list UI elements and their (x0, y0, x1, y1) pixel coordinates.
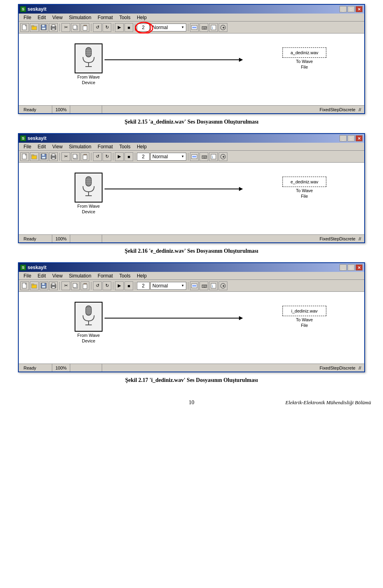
new-btn-3[interactable] (20, 281, 29, 290)
tool-extra-4[interactable]: ✦ (219, 23, 227, 32)
title-bar-left-1: S seskayit (20, 6, 46, 12)
toolbar-2: ✂ ↺ ↻ ▶ ■ Normal ▼ ⌨ (19, 151, 364, 163)
status-ready-2: Ready (20, 235, 52, 242)
maximize-btn-2[interactable]: □ (347, 135, 355, 142)
sim-time-input-1[interactable] (137, 24, 150, 31)
menu-bar-2: File Edit View Simulation Format Tools H… (19, 143, 364, 151)
menu-simulation-3[interactable]: Simulation (66, 272, 95, 279)
menu-file-2[interactable]: File (20, 143, 34, 150)
tool-extra-6[interactable]: ⌨ (199, 152, 208, 161)
menu-view-1[interactable]: View (49, 14, 66, 21)
menu-format-1[interactable]: Format (95, 14, 116, 21)
copy-btn-2[interactable] (71, 152, 80, 161)
svg-text:⌨: ⌨ (201, 155, 207, 159)
tool-extra-2[interactable]: ⌨ (199, 23, 208, 32)
normal-dropdown-1[interactable]: Normal ▼ (150, 24, 186, 31)
save-btn-1[interactable] (39, 23, 48, 32)
app-icon-1: S (20, 6, 26, 12)
sim-time-input-2[interactable] (137, 153, 150, 161)
from-wave-box-2 (75, 173, 103, 203)
sim-time-input-3[interactable] (137, 282, 150, 290)
mic-svg-3 (79, 305, 98, 329)
status-bar-3: Ready 100% FixedStepDiscrete // (19, 364, 364, 372)
close-btn-2[interactable]: ✕ (355, 135, 363, 142)
redo-btn-1[interactable]: ↻ (103, 23, 111, 32)
tool-extra-1[interactable] (190, 23, 199, 32)
minimize-btn-1[interactable]: _ (340, 6, 347, 12)
save-btn-2[interactable] (39, 152, 48, 161)
play-btn-2[interactable]: ▶ (115, 152, 124, 161)
menu-edit-1[interactable]: Edit (34, 14, 49, 21)
copy-btn-3[interactable] (71, 281, 80, 290)
sep-3b (91, 282, 91, 290)
print-btn-3[interactable] (49, 281, 58, 290)
copy-btn-1[interactable] (71, 23, 80, 32)
tool-extra-8[interactable]: ✦ (219, 152, 227, 161)
svg-rect-7 (42, 28, 45, 29)
open-btn-1[interactable] (30, 23, 39, 32)
undo-btn-3[interactable]: ↺ (93, 281, 102, 290)
new-btn-1[interactable] (20, 23, 29, 32)
cut-btn-2[interactable]: ✂ (61, 152, 70, 161)
cut-btn-3[interactable]: ✂ (61, 281, 70, 290)
open-btn-2[interactable] (30, 152, 39, 161)
maximize-btn-1[interactable]: □ (347, 6, 355, 12)
svg-rect-36 (42, 157, 45, 159)
tool-extra-3[interactable]: i (209, 23, 218, 32)
svg-rect-43 (83, 155, 87, 159)
menu-help-1[interactable]: Help (134, 14, 150, 21)
menu-simulation-1[interactable]: Simulation (66, 14, 95, 21)
status-ready-1: Ready (20, 106, 52, 113)
menu-file-3[interactable]: File (20, 272, 34, 279)
paste-btn-3[interactable] (81, 281, 89, 290)
print-btn-1[interactable] (49, 23, 58, 32)
tool-extra-9[interactable] (190, 281, 199, 290)
menu-tools-1[interactable]: Tools (116, 14, 134, 21)
tool-extra-7[interactable]: i (209, 152, 218, 161)
minimize-btn-2[interactable]: _ (340, 135, 347, 142)
normal-dropdown-label-2: Normal (152, 154, 168, 159)
tool-extra-11[interactable]: i (209, 281, 218, 290)
menu-format-2[interactable]: Format (95, 143, 116, 150)
menu-tools-2[interactable]: Tools (116, 143, 134, 150)
open-btn-3[interactable] (30, 281, 39, 290)
menu-tools-3[interactable]: Tools (116, 272, 134, 279)
new-btn-2[interactable] (20, 152, 29, 161)
tool-extra-5[interactable] (190, 152, 199, 161)
menu-help-2[interactable]: Help (134, 143, 150, 150)
close-btn-3[interactable]: ✕ (355, 264, 363, 271)
undo-btn-2[interactable]: ↺ (93, 152, 102, 161)
separator-5 (188, 24, 188, 31)
normal-dropdown-3[interactable]: Normal ▼ (150, 282, 186, 290)
maximize-btn-3[interactable]: □ (347, 264, 355, 271)
print-btn-2[interactable] (49, 152, 58, 161)
stop-btn-1[interactable]: ■ (124, 23, 133, 32)
minimize-btn-3[interactable]: _ (340, 264, 347, 271)
normal-dropdown-2[interactable]: Normal ▼ (150, 153, 186, 161)
paste-btn-1[interactable] (81, 23, 89, 32)
redo-btn-3[interactable]: ↻ (103, 281, 111, 290)
menu-view-3[interactable]: View (49, 272, 66, 279)
menu-format-3[interactable]: Format (95, 272, 116, 279)
stop-btn-2[interactable]: ■ (124, 152, 133, 161)
menu-help-3[interactable]: Help (134, 272, 150, 279)
to-wave-label-2: To WaveFile (296, 188, 313, 199)
play-btn-1[interactable]: ▶ (115, 23, 124, 32)
menu-file-1[interactable]: File (20, 14, 34, 21)
menu-bar-3: File Edit View Simulation Format Tools H… (19, 272, 364, 280)
close-btn-1[interactable]: ✕ (355, 6, 363, 12)
menu-edit-2[interactable]: Edit (34, 143, 49, 150)
redo-btn-2[interactable]: ↻ (103, 152, 111, 161)
tool-extra-12[interactable]: ✦ (219, 281, 227, 290)
menu-simulation-2[interactable]: Simulation (66, 143, 95, 150)
stop-btn-3[interactable]: ■ (124, 281, 133, 290)
play-btn-3[interactable]: ▶ (115, 281, 124, 290)
tool-extra-10[interactable]: ⌨ (199, 281, 208, 290)
figure-caption-1: Şekil 2.15 'a_dediniz.wav' Ses Dosyasını… (8, 119, 375, 125)
undo-btn-1[interactable]: ↺ (93, 23, 102, 32)
save-btn-3[interactable] (39, 281, 48, 290)
menu-edit-3[interactable]: Edit (34, 272, 49, 279)
paste-btn-2[interactable] (81, 152, 89, 161)
cut-btn-1[interactable]: ✂ (61, 23, 70, 32)
menu-view-2[interactable]: View (49, 143, 66, 150)
